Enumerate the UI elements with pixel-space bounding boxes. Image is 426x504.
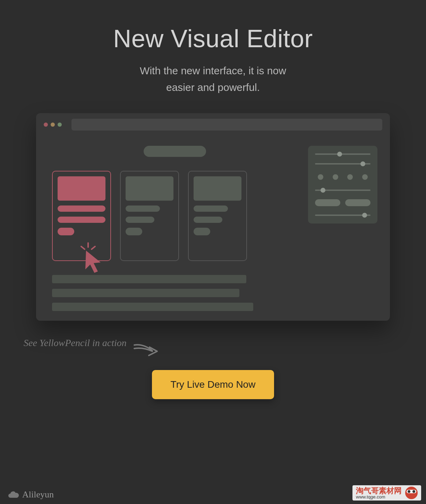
slider-control[interactable]: [315, 190, 370, 191]
slider-control[interactable]: [315, 153, 370, 155]
card-item[interactable]: [188, 171, 247, 261]
card-item[interactable]: [120, 171, 179, 261]
placeholder-title: [144, 146, 206, 157]
toggle-button[interactable]: [345, 199, 370, 206]
mascot-icon: [405, 487, 418, 499]
hero-section: New Visual Editor With the new interface…: [0, 0, 426, 96]
swatch-icon[interactable]: [347, 174, 353, 180]
color-swatches: [315, 173, 370, 181]
footer-brand: Alileyun: [8, 489, 54, 500]
controls-panel: [308, 146, 377, 224]
browser-toolbar: [36, 113, 390, 135]
arrow-icon: [133, 341, 161, 358]
placeholder-line: [52, 303, 253, 311]
content-area: [52, 146, 298, 261]
address-bar: [71, 119, 382, 131]
slider-control[interactable]: [315, 163, 370, 165]
placeholder-line: [126, 217, 154, 223]
placeholder-line: [194, 217, 222, 223]
browser-mockup: [36, 113, 390, 321]
placeholder-line: [52, 289, 239, 297]
card-selected[interactable]: [52, 171, 111, 261]
cloud-icon: [8, 491, 19, 498]
window-controls: [44, 123, 62, 127]
caption-row: See YellowPencil in action: [24, 337, 426, 358]
card-image-placeholder: [58, 176, 105, 201]
toggle-button[interactable]: [315, 199, 340, 206]
maximize-icon: [58, 123, 62, 127]
cursor-icon: [76, 242, 104, 274]
swatch-icon[interactable]: [362, 174, 368, 180]
placeholder-button: [194, 228, 210, 235]
page-subtitle: With the new interface, it is now easier…: [0, 62, 426, 96]
watermark-title: 淘气哥素材网: [356, 487, 402, 495]
watermark-url: www.tqge.com: [356, 495, 402, 499]
svg-line-2: [92, 246, 95, 249]
card-image-placeholder: [126, 176, 173, 201]
swatch-icon[interactable]: [333, 174, 338, 180]
placeholder-line: [58, 217, 105, 223]
caption-text: See YellowPencil in action: [24, 337, 127, 348]
placeholder-line: [126, 205, 160, 212]
minimize-icon: [51, 123, 55, 127]
placeholder-line: [194, 205, 228, 212]
swatch-icon[interactable]: [318, 174, 323, 180]
toggle-row: [315, 199, 370, 206]
editor-canvas: [36, 135, 390, 264]
footer-brand-text: Alileyun: [22, 489, 54, 500]
svg-line-1: [81, 246, 85, 249]
placeholder-line: [52, 275, 246, 283]
card-image-placeholder: [194, 176, 241, 201]
page-title: New Visual Editor: [0, 24, 426, 53]
slider-control[interactable]: [315, 215, 370, 216]
placeholder-line: [58, 205, 105, 212]
card-row: [52, 171, 298, 261]
placeholder-button: [58, 228, 74, 235]
try-demo-button[interactable]: Try Live Demo Now: [152, 370, 274, 399]
placeholder-button: [126, 228, 142, 235]
close-icon: [44, 123, 48, 127]
footer-watermark: 淘气哥素材网 www.tqge.com: [352, 485, 421, 501]
